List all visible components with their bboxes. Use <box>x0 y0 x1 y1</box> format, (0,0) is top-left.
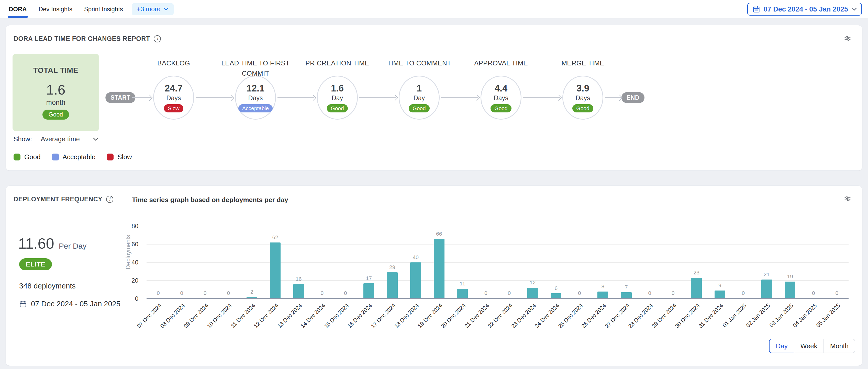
deployment-bar[interactable] <box>457 289 468 299</box>
deployment-bar[interactable] <box>715 291 725 299</box>
y-tick-label: 40 <box>122 259 138 266</box>
bar-value-label: 12 <box>521 279 545 286</box>
deployment-header: DEPLOYMENT FREQUENCY i <box>13 196 113 203</box>
bar-slot[interactable]: 1120 Dec 2024 <box>451 226 474 299</box>
more-tabs-button[interactable]: +3 more <box>132 3 174 15</box>
x-tick-label: 09 Dec 2024 <box>183 302 210 330</box>
flow-arrow-line <box>196 97 232 98</box>
bar-slot[interactable]: 727 Dec 2024 <box>615 226 638 299</box>
more-tabs-label: +3 more <box>137 5 160 13</box>
tab-dora[interactable]: DORA <box>9 0 27 18</box>
bar-slot[interactable]: 1716 Dec 2024 <box>357 226 381 299</box>
bar-slot[interactable]: 015 Dec 2024 <box>334 226 357 299</box>
bar-value-label: 40 <box>404 254 428 260</box>
bar-value-label: 16 <box>287 276 310 282</box>
deployment-settings-button[interactable] <box>843 195 852 203</box>
stage-value: 12.1 <box>247 83 265 94</box>
deployment-bar[interactable] <box>527 288 538 299</box>
bar-slot[interactable]: 931 Dec 2024 <box>708 226 732 299</box>
bar-slot[interactable]: 008 Dec 2024 <box>170 226 194 299</box>
deployment-bar[interactable] <box>270 242 281 299</box>
x-tick-label: 14 Dec 2024 <box>300 302 327 330</box>
bar-value-label: 2 <box>240 289 264 295</box>
stage-node-lead-time-to-first-commit: 12.1DaysAcceptable <box>235 76 276 120</box>
bar-slot[interactable]: 004 Jan 2025 <box>802 226 825 299</box>
bar-value-label: 0 <box>568 290 591 296</box>
x-tick-label: 31 Dec 2024 <box>698 302 725 330</box>
deployment-title: DEPLOYMENT FREQUENCY <box>13 196 102 203</box>
bar-slot[interactable]: 022 Dec 2024 <box>498 226 521 299</box>
bar-slot[interactable]: 1613 Dec 2024 <box>287 226 310 299</box>
bar-slot[interactable]: 6212 Dec 2024 <box>264 226 287 299</box>
flow-arrow-line <box>359 97 396 98</box>
bar-slot[interactable]: 014 Dec 2024 <box>310 226 334 299</box>
deployment-bar[interactable] <box>293 284 304 299</box>
bar-value-label: 17 <box>357 275 381 281</box>
bar-slot[interactable]: 2917 Dec 2024 <box>380 226 404 299</box>
deployment-rate: 11.60 Per Day <box>18 235 87 252</box>
deployment-bar[interactable] <box>762 279 772 299</box>
stage-value: 1 <box>416 83 422 94</box>
deployment-date-range-label: 07 Dec 2024 - 05 Jan 2025 <box>31 300 120 308</box>
granularity-day[interactable]: Day <box>769 339 794 353</box>
deployment-frequency-card: DEPLOYMENT FREQUENCY i Time series graph… <box>6 186 862 366</box>
bar-value-label: 8 <box>591 283 615 290</box>
x-tick-label: 16 Dec 2024 <box>346 302 374 330</box>
bar-value-label: 0 <box>310 290 334 296</box>
stage-node-pr-creation-time: 1.6DayGood <box>317 76 358 120</box>
bar-slot[interactable]: 028 Dec 2024 <box>638 226 661 299</box>
date-range-picker[interactable]: 07 Dec 2024 - 05 Jan 2025 <box>747 3 862 15</box>
bar-slot[interactable]: 4018 Dec 2024 <box>404 226 428 299</box>
bar-slot[interactable]: 1903 Jan 2025 <box>778 226 802 299</box>
x-tick-label: 29 Dec 2024 <box>651 302 678 330</box>
deployment-bar[interactable] <box>551 293 561 299</box>
bar-slot[interactable]: 6619 Dec 2024 <box>427 226 451 299</box>
chart-subtitle: Time series graph based on deployments p… <box>132 196 288 204</box>
info-icon[interactable]: i <box>106 196 113 203</box>
bar-slot[interactable]: 211 Dec 2024 <box>240 226 264 299</box>
x-tick-label: 30 Dec 2024 <box>674 302 701 330</box>
tab-sprint-insights[interactable]: Sprint Insights <box>84 0 123 18</box>
bar-slot[interactable]: 005 Jan 2025 <box>825 226 849 299</box>
x-axis-line <box>147 298 848 299</box>
deployment-bar[interactable] <box>387 272 398 299</box>
bar-slot[interactable]: 025 Dec 2024 <box>568 226 591 299</box>
x-tick-label: 10 Dec 2024 <box>206 302 233 330</box>
bar-value-label: 0 <box>193 290 217 296</box>
stage-node-time-to-comment: 1DayGood <box>399 76 440 120</box>
stage-title-merge-time: MERGE TIME <box>545 58 621 68</box>
deployment-bar[interactable] <box>785 281 795 299</box>
arrow-right-icon <box>146 95 152 101</box>
deployment-bar[interactable] <box>434 239 444 299</box>
granularity-week[interactable]: Week <box>794 339 824 353</box>
page-bottom-strip <box>0 369 868 371</box>
bar-value-label: 11 <box>451 280 474 287</box>
bar-slot[interactable]: 007 Dec 2024 <box>147 226 170 299</box>
deployment-bar[interactable] <box>597 292 608 299</box>
granularity-month[interactable]: Month <box>824 339 855 353</box>
bar-slot[interactable]: 826 Dec 2024 <box>591 226 615 299</box>
x-tick-label: 22 Dec 2024 <box>487 302 514 330</box>
bar-slot[interactable]: 2330 Dec 2024 <box>685 226 708 299</box>
bar-slot[interactable]: 001 Jan 2025 <box>732 226 755 299</box>
arrow-right-icon <box>310 95 316 101</box>
stage-status-badge: Good <box>572 104 593 112</box>
deployment-bar[interactable] <box>410 262 421 299</box>
deployment-bar[interactable] <box>691 278 702 299</box>
stage-status-badge: Good <box>409 104 429 112</box>
bar-slot[interactable]: 021 Dec 2024 <box>474 226 498 299</box>
bar-slot[interactable]: 624 Dec 2024 <box>545 226 568 299</box>
chevron-down-icon <box>851 8 857 11</box>
deployment-chart: Deployments 007 Dec 2024008 Dec 2024009 … <box>147 226 848 299</box>
bar-value-label: 0 <box>825 290 849 296</box>
bar-value-label: 0 <box>170 290 194 296</box>
tab-dev-insights[interactable]: Dev Insights <box>39 0 72 18</box>
bar-slot[interactable]: 010 Dec 2024 <box>217 226 240 299</box>
deployment-bar[interactable] <box>364 283 374 299</box>
deployment-bar[interactable] <box>621 292 632 299</box>
bar-slot[interactable]: 009 Dec 2024 <box>193 226 217 299</box>
bar-slot[interactable]: 1223 Dec 2024 <box>521 226 545 299</box>
bar-slot[interactable]: 2102 Jan 2025 <box>755 226 778 299</box>
stage-unit: Days <box>494 94 508 102</box>
bar-slot[interactable]: 029 Dec 2024 <box>661 226 685 299</box>
